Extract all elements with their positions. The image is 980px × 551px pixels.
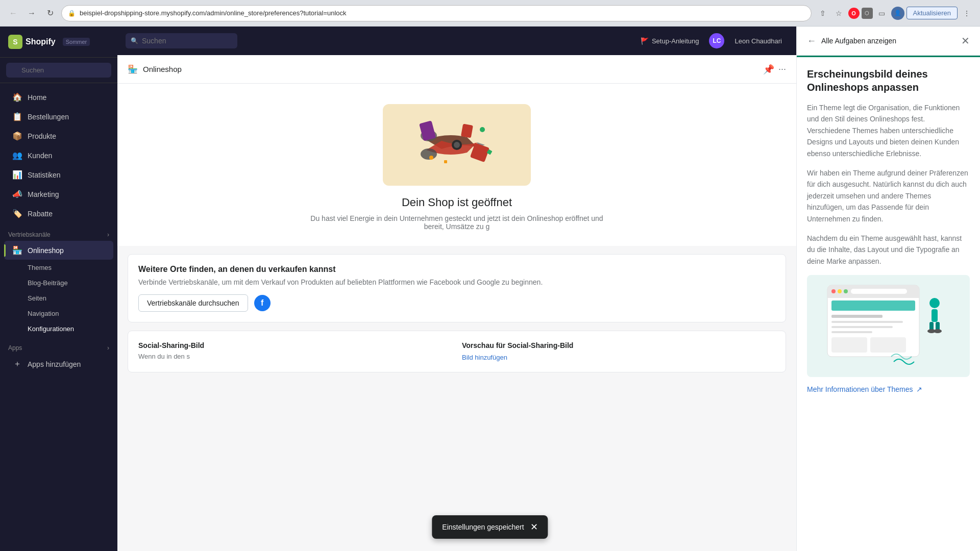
panel-para-1: Ein Theme legt die Organisation, die Fun…	[807, 102, 970, 159]
browse-channels-button[interactable]: Vertriebskanäle durchsuchen	[138, 294, 248, 312]
bookmark-button[interactable]: ☆	[832, 6, 846, 20]
back-button[interactable]: ←	[6, 6, 20, 20]
shopify-logo: S Shopify	[8, 35, 56, 49]
topbar-actions: 🚩 Setup-Anleitung LC Leon Chaudhari	[634, 33, 788, 48]
close-panel-button[interactable]: ✕	[961, 35, 970, 47]
social-sharing-title: Social-Sharing-Bild	[138, 341, 452, 349]
user-name-label: Leon Chaudhari	[734, 37, 782, 45]
more-info-link[interactable]: Mehr Informationen über Themes ↗	[807, 385, 970, 393]
svg-point-15	[838, 289, 842, 293]
themes-label: Themes	[28, 264, 52, 271]
shop-opened-card: Dein Shop ist geöffnet Du hast viel Ener…	[117, 84, 796, 246]
breadcrumb-text: Onlineshop	[143, 65, 182, 73]
user-avatar[interactable]: LC	[709, 33, 724, 48]
browser-chrome: ← → ↻ 🔒 beispiel-dropshipping-store.mysh…	[0, 0, 980, 27]
sidebar-item-discounts[interactable]: 🏷️ Rabatte	[4, 204, 113, 223]
svg-rect-24	[870, 337, 906, 353]
sidebar-subitem-navigation[interactable]: Navigation	[4, 306, 113, 321]
sidebar-subitem-pages[interactable]: Seiten	[4, 291, 113, 306]
svg-rect-18	[831, 300, 915, 311]
svg-rect-17	[851, 289, 907, 294]
right-panel-header: ← Alle Aufgaben anzeigen ✕	[797, 27, 980, 56]
apps-label: Apps	[8, 344, 22, 352]
share-button[interactable]: ⇧	[816, 6, 830, 20]
address-bar[interactable]: 🔒 beispiel-dropshipping-store.myshopify.…	[61, 5, 812, 21]
social-grid: Social-Sharing-Bild Wenn du in den s Vor…	[138, 341, 775, 362]
sidebar-item-orders[interactable]: 📋 Bestellungen	[4, 107, 113, 126]
content-header: 🏪 Onlineshop 📌 ···	[117, 55, 796, 84]
apps-expand[interactable]: ›	[107, 344, 109, 352]
opera-icon: O	[848, 8, 860, 19]
sales-channels-section: Vertriebskanäle ›	[0, 227, 117, 240]
update-button[interactable]: Aktualisieren	[906, 7, 958, 19]
forward-button[interactable]: →	[24, 6, 39, 20]
sidebar-item-onlineshop[interactable]: 🏪 Onlineshop	[4, 241, 113, 260]
shopify-logo-icon: S	[8, 35, 22, 49]
more-options-button[interactable]: ···	[778, 64, 786, 74]
content-and-panel: 🚩 Setup-Anleitung LC Leon Chaudhari 🏪 On…	[117, 27, 980, 551]
add-image-link[interactable]: Bild hinzufügen	[462, 354, 507, 361]
orders-icon: 📋	[12, 112, 22, 121]
sidebar-item-add-apps[interactable]: ＋ Apps hinzufügen	[4, 354, 113, 374]
sidebar-item-marketing[interactable]: 📣 Marketing	[4, 185, 113, 204]
sidebar-search-container	[0, 58, 117, 83]
svg-rect-19	[831, 315, 883, 318]
more-info-label: Mehr Informationen über Themes	[807, 385, 913, 393]
sidebar-toggle[interactable]: ▭	[875, 6, 889, 20]
sidebar-subitem-blog[interactable]: Blog-Beiträge	[4, 276, 113, 290]
search-wrapper	[6, 63, 111, 78]
sidebar-item-home[interactable]: 🏠 Home	[4, 88, 113, 107]
products-icon: 📦	[12, 131, 22, 141]
add-icon: ＋	[12, 359, 22, 369]
sidebar-search-input[interactable]	[6, 63, 111, 78]
facebook-icon: f	[254, 295, 271, 311]
social-col-left: Social-Sharing-Bild Wenn du in den s	[138, 341, 452, 362]
social-sharing-section: Social-Sharing-Bild Wenn du in den s Vor…	[128, 331, 786, 372]
sidebar-item-customers[interactable]: 👥 Kunden	[4, 146, 113, 165]
setup-label: Setup-Anleitung	[652, 37, 699, 45]
panel-back-button[interactable]: ←	[807, 36, 816, 46]
setup-guide-button[interactable]: 🚩 Setup-Anleitung	[634, 34, 705, 48]
panel-content: Erscheinungsbild deines Onlineshops anpa…	[797, 57, 980, 551]
sidebar-item-analytics[interactable]: 📊 Statistiken	[4, 165, 113, 184]
topbar-search-input[interactable]	[126, 33, 237, 48]
menu-button[interactable]: ⋮	[960, 6, 974, 20]
add-apps-label: Apps hinzufügen	[28, 360, 81, 368]
profile-icon: 👤	[891, 7, 904, 20]
svg-rect-26	[932, 309, 938, 322]
sales-channels-card: Weitere Orte finden, an denen du verkauf…	[128, 254, 786, 322]
reload-button[interactable]: ↻	[43, 6, 57, 20]
all-tasks-link[interactable]: Alle Aufgaben anzeigen	[821, 37, 956, 45]
pin-button[interactable]: 📌	[763, 64, 774, 75]
sidebar-subitem-konfigurationen[interactable]: Konfigurationen	[4, 321, 113, 336]
customers-icon: 👥	[12, 151, 22, 160]
svg-point-1	[454, 142, 460, 148]
panel-para-2: Wir haben ein Theme aufgrund deiner Präf…	[807, 167, 970, 224]
theme-preview-svg	[817, 280, 960, 372]
svg-rect-23	[831, 337, 867, 353]
user-name-button[interactable]: Leon Chaudhari	[728, 34, 788, 48]
sales-channels-desc: Verbinde Vertriebskanäle, um mit dem Ver…	[138, 278, 775, 286]
sidebar-item-onlineshop-label: Onlineshop	[28, 246, 64, 255]
panel-illustration	[807, 275, 970, 377]
svg-point-7	[429, 156, 433, 160]
svg-rect-21	[831, 326, 893, 328]
sidebar-nav: 🏠 Home 📋 Bestellungen 📦 Produkte 👥 Kunde…	[0, 83, 117, 379]
svg-point-3	[421, 148, 437, 160]
sidebar-item-products-label: Produkte	[28, 132, 56, 140]
sales-channels-expand[interactable]: ›	[107, 231, 109, 238]
shop-illustration	[383, 104, 531, 186]
topbar-search-wrapper	[126, 33, 330, 48]
sidebar-item-products[interactable]: 📦 Produkte	[4, 127, 113, 145]
svg-point-25	[929, 298, 940, 308]
topbar: 🚩 Setup-Anleitung LC Leon Chaudhari	[117, 27, 796, 55]
toast-close-button[interactable]: ✕	[530, 521, 538, 533]
svg-point-14	[831, 289, 836, 293]
svg-rect-22	[831, 331, 872, 333]
lock-icon: 🔒	[68, 10, 76, 17]
active-indicator	[4, 244, 6, 257]
sidebar-item-customers-label: Kunden	[28, 152, 52, 160]
onlineshop-icon: 🏪	[12, 245, 22, 255]
shop-desc: Du hast viel Energie in dein Unternehmen…	[304, 214, 610, 231]
sidebar-subitem-themes[interactable]: Themes	[4, 260, 113, 275]
